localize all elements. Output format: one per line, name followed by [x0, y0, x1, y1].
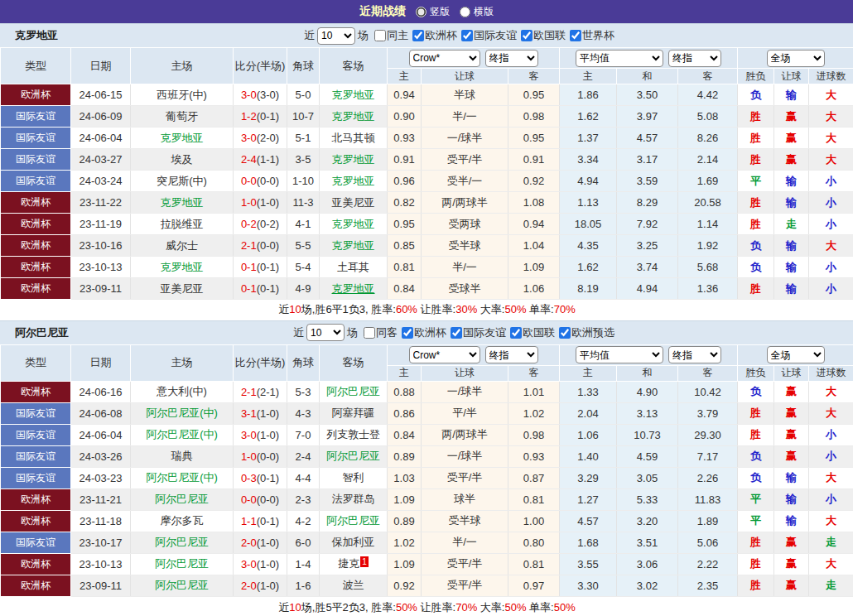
team-link[interactable]: 克罗地亚 — [332, 175, 375, 187]
league-checkbox[interactable] — [559, 327, 571, 339]
team-link[interactable]: 克罗地亚 — [332, 239, 375, 252]
league-checkbox[interactable] — [521, 30, 533, 41]
handicap-odds-home: 0.84 — [388, 424, 422, 445]
result-goals: 大 — [809, 149, 853, 171]
league-option-2[interactable]: 国际友谊 — [460, 28, 517, 43]
avg-odds-draw: 4.59 — [617, 445, 678, 467]
avg-odds-away: 29.30 — [678, 424, 738, 445]
league-label: 欧国联 — [533, 28, 566, 43]
record-summary: 近10场,胜5平2负3, 胜率:50% 让胜率:70% 大率:50% 单率:50… — [1, 596, 853, 616]
final-odds-select-2[interactable]: 终指 — [668, 346, 721, 363]
league-option-4[interactable]: 世界杯 — [568, 28, 614, 43]
horizontal-radio[interactable] — [460, 7, 470, 17]
same-venue-option[interactable]: 同主 — [371, 28, 408, 43]
home-team-cell: 阿尔巴尼亚 — [131, 575, 234, 596]
handicap-line: 两/两球半 — [422, 424, 508, 445]
handicap-odds-away: 1.06 — [508, 278, 560, 300]
halftime-score: (1-0) — [257, 196, 279, 209]
team-link[interactable]: 阿尔巴尼亚 — [326, 450, 380, 462]
league-option-4[interactable]: 欧洲预选 — [557, 325, 614, 340]
league-checkbox[interactable] — [402, 327, 413, 339]
same-venue-option[interactable]: 同客 — [360, 325, 398, 340]
halftime-score: (1-0) — [257, 580, 279, 592]
team-link[interactable]: 克罗地亚 — [332, 218, 375, 230]
team-link[interactable]: 阿尔巴尼亚 — [155, 493, 209, 505]
handicap-odds-away: 0.92 — [508, 171, 560, 192]
league-checkbox[interactable] — [570, 30, 581, 41]
home-team-cell: 亚美尼亚 — [131, 278, 234, 300]
team-link[interactable]: 阿尔巴尼亚 — [326, 385, 380, 397]
layout-horizontal-option[interactable]: 横版 — [460, 5, 494, 19]
match-score: 0-0(0-0) — [234, 488, 287, 510]
col-home: 主场 — [131, 48, 234, 84]
final-odds-select[interactable]: 终指 — [485, 346, 538, 363]
recent-count-select[interactable]: 10 — [306, 324, 345, 341]
average-select[interactable]: 平均值 — [576, 346, 663, 363]
avg-odds-draw: 4.57 — [617, 128, 678, 149]
team-link[interactable]: 阿尔巴尼亚(中) — [146, 407, 218, 419]
col-type: 类型 — [1, 344, 71, 381]
team-text: 瑞典 — [171, 450, 193, 462]
vertical-radio[interactable] — [416, 7, 426, 17]
team-link[interactable]: 克罗地亚 — [332, 282, 375, 295]
team-link[interactable]: 克罗地亚 — [161, 261, 204, 273]
scope-select[interactable]: 全场 — [767, 346, 825, 363]
fulltime-score: 3-0 — [241, 89, 257, 101]
league-option-3[interactable]: 欧国联 — [508, 325, 555, 340]
home-team-cell: 西班牙(中) — [131, 84, 234, 106]
layout-vertical-option[interactable]: 竖版 — [416, 5, 450, 19]
summary-segment: 让胜率: — [417, 303, 455, 315]
avg-odds-draw: 7.92 — [617, 214, 678, 235]
corner-count: 4-9 — [287, 278, 320, 300]
team-link[interactable]: 阿尔巴尼亚(中) — [146, 471, 218, 484]
team-link[interactable]: 克罗地亚 — [332, 153, 375, 166]
corner-count: 4-1 — [287, 214, 320, 235]
league-checkbox[interactable] — [451, 327, 462, 339]
league-checkbox[interactable] — [461, 30, 473, 41]
league-checkbox[interactable] — [510, 327, 522, 339]
scope-select[interactable]: 全场 — [767, 50, 825, 67]
league-checkbox[interactable] — [412, 30, 424, 41]
handicap-odds-home: 0.84 — [388, 278, 422, 300]
home-team-cell: 阿尔巴尼亚 — [131, 553, 234, 575]
avg-odds-draw: 3.13 — [617, 402, 678, 424]
team-link[interactable]: 阿尔巴尼亚(中) — [146, 428, 218, 440]
team-link[interactable]: 阿尔巴尼亚 — [326, 514, 380, 527]
corner-count: 10-7 — [287, 106, 320, 128]
team-link[interactable]: 克罗地亚 — [161, 196, 204, 209]
same-venue-label: 同客 — [376, 325, 398, 340]
team-link[interactable]: 克罗地亚 — [332, 110, 375, 123]
match-date: 23-11-19 — [71, 214, 131, 235]
halftime-score: (0-0) — [257, 493, 279, 506]
avg-odds-draw: 8.29 — [617, 192, 678, 214]
league-option-2[interactable]: 国际友谊 — [449, 325, 506, 340]
home-team-cell: 葡萄牙 — [131, 106, 234, 128]
col-odds-home: 主 — [388, 365, 422, 381]
halftime-score: (0-1) — [257, 261, 279, 273]
team-link[interactable]: 阿尔巴尼亚 — [155, 579, 209, 591]
match-row: 欧洲杯24-06-15西班牙(中)3-0(3-0)5-0克罗地亚0.94半球0.… — [1, 84, 853, 106]
bookmaker-select[interactable]: Crow* — [409, 50, 480, 67]
match-date: 23-10-13 — [71, 553, 131, 575]
team-name: 阿尔巴尼亚 — [0, 325, 69, 340]
bookmaker-select[interactable]: Crow* — [409, 346, 480, 363]
match-type-badge: 国际友谊 — [1, 149, 71, 171]
team-link[interactable]: 阿尔巴尼亚 — [155, 557, 209, 570]
team-link[interactable]: 克罗地亚 — [332, 89, 375, 101]
team-link[interactable]: 克罗地亚 — [161, 132, 204, 144]
average-select[interactable]: 平均值 — [576, 50, 663, 67]
team-link[interactable]: 阿尔巴尼亚 — [155, 536, 209, 548]
avg-odds-home: 4.57 — [560, 510, 617, 532]
avg-odds-away: 1.92 — [678, 235, 738, 257]
recent-count-select[interactable]: 10 — [317, 27, 355, 45]
league-option-3[interactable]: 欧国联 — [519, 28, 566, 43]
result-goals: 大 — [809, 235, 853, 257]
league-option-1[interactable]: 欧洲杯 — [400, 325, 446, 340]
halftime-score: (0-1) — [257, 110, 279, 123]
final-odds-select-2[interactable]: 终指 — [668, 50, 721, 67]
avg-odds-draw: 5.33 — [617, 488, 678, 510]
league-option-1[interactable]: 欧洲杯 — [411, 28, 457, 43]
same-venue-checkbox[interactable] — [374, 30, 386, 41]
final-odds-select[interactable]: 终指 — [485, 50, 538, 67]
same-venue-checkbox[interactable] — [364, 327, 375, 339]
